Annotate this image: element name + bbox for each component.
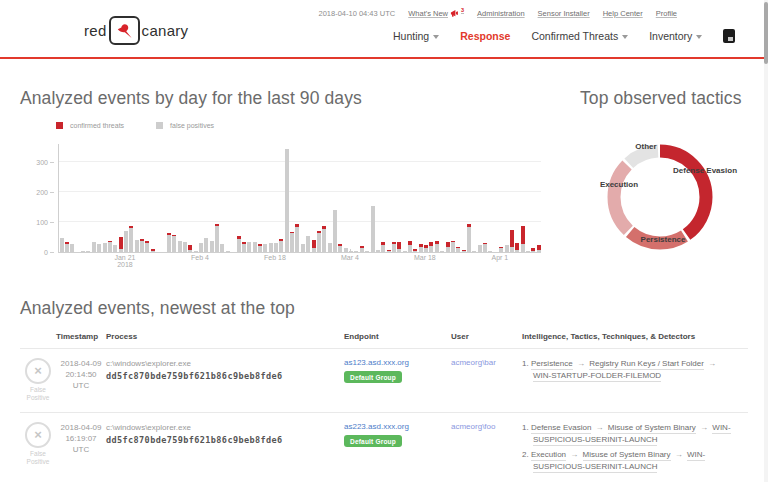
bar-false-positives <box>381 245 385 253</box>
bar-false-positives <box>408 245 412 253</box>
arrow-icon: → <box>671 450 687 459</box>
legend-label-confirmed-threats: confirmed threats <box>70 122 124 129</box>
legend-label-false-positives: false positives <box>170 122 214 129</box>
bar-false-positives <box>472 251 476 252</box>
timestamp-tz: UTC <box>56 445 106 456</box>
bar-false-positives <box>515 250 519 252</box>
x-tick-label: Feb 4 <box>191 254 209 261</box>
bar-false-positives <box>258 246 262 252</box>
detection-technique[interactable]: Registry Run Keys / Start Folder <box>589 359 704 370</box>
sensor-installer-link[interactable]: Sensor Installer <box>538 9 590 18</box>
status-label: False Positive <box>20 386 56 402</box>
detection-detector[interactable]: WIN-STARTUP-FOLDER-FILEMOD <box>533 371 661 382</box>
bar-false-positives <box>306 236 310 253</box>
help-center-link[interactable]: Help Center <box>603 9 643 18</box>
detection-tactic[interactable]: Persistence <box>531 359 573 370</box>
detection-technique[interactable]: Misuse of System Binary <box>608 423 696 434</box>
bar-day[interactable] <box>536 144 541 252</box>
nav-confirmed-threats[interactable]: Confirmed Threats <box>531 30 628 42</box>
detection-number: 2. <box>522 450 531 459</box>
bar-false-positives <box>242 244 246 252</box>
x-tick-label: Mar 18 <box>414 254 436 261</box>
bar-false-positives <box>446 247 450 252</box>
arrow-icon: → <box>696 423 712 432</box>
arrow-icon: → <box>573 359 589 368</box>
bar-false-positives <box>413 251 417 253</box>
detection-technique[interactable]: Misuse of System Binary <box>583 450 671 461</box>
bar-false-positives <box>397 249 401 252</box>
col-header-endpoint: Endpoint <box>344 332 451 341</box>
bar-false-positives <box>124 231 128 252</box>
process-cell: c:\windows\explorer.exedd5fc870bde759bf6… <box>106 358 344 402</box>
bar-false-positives <box>188 250 192 252</box>
bar-false-positives <box>194 251 198 252</box>
legend-swatch-false-positives <box>156 122 163 129</box>
nav-hunting[interactable]: Hunting <box>393 30 439 42</box>
nav-response[interactable]: Response <box>460 30 510 42</box>
bar-false-positives <box>103 243 107 252</box>
bar-false-positives <box>483 244 487 252</box>
terminal-icon[interactable] <box>723 29 735 43</box>
whats-new-link[interactable]: What's New 3 <box>408 9 464 18</box>
bar-false-positives <box>499 248 503 252</box>
timestamp-time: 16:19:07 <box>56 434 106 445</box>
nav-inventory[interactable]: Inventory <box>649 30 702 42</box>
x-glyph: × <box>34 364 42 377</box>
process-path: c:\windows\explorer.exe <box>106 359 344 368</box>
timestamp-tz: UTC <box>56 381 106 392</box>
red-canary-logo[interactable]: red canary <box>84 16 188 45</box>
endpoint-link[interactable]: as123.asd.xxx.org <box>344 358 409 367</box>
bar-false-positives <box>172 236 176 252</box>
y-tick-mark <box>50 192 54 193</box>
bar-false-positives <box>210 241 214 252</box>
user-link[interactable]: acmeorg\bar <box>451 358 496 367</box>
bar-false-positives <box>387 251 391 252</box>
detection-tactic[interactable]: Defense Evasion <box>531 423 591 434</box>
bar-false-positives <box>295 227 299 253</box>
process-hash: dd5fc870bde759bf621b86c9beb8fde6 <box>106 371 344 381</box>
bar-false-positives <box>371 206 375 253</box>
bar-false-positives <box>488 251 492 252</box>
false-positive-icon[interactable]: × <box>25 358 51 384</box>
col-header-intelligence: Intelligence, Tactics, Techniques, & Det… <box>522 332 748 341</box>
timestamp-date: 2018-04-09 <box>56 359 106 370</box>
detections-cell: 1. Defense Evasion → Misuse of System Bi… <box>522 422 748 476</box>
process-path: c:\windows\explorer.exe <box>106 423 344 432</box>
bar-false-positives <box>419 247 423 252</box>
process-hash: dd5fc870bde759bf621b86c9beb8fde6 <box>106 435 344 445</box>
plot-area <box>58 144 541 253</box>
scrollbar[interactable] <box>764 0 768 482</box>
bar-false-positives <box>183 242 187 252</box>
timestamp-cell: 2018-04-0920:14:50UTC <box>56 358 106 402</box>
bar-false-positives <box>435 244 439 252</box>
detection-tactic[interactable]: Execution <box>531 450 566 461</box>
utc-datetime: 2018-04-10 04:43 UTC <box>319 9 396 18</box>
bar-false-positives <box>279 241 283 252</box>
user-link[interactable]: acmeorg\foo <box>451 422 495 431</box>
table-body: ×False Positive2018-04-0920:14:50UTCc:\w… <box>20 349 748 482</box>
bar-false-positives <box>108 242 112 252</box>
detection-item: 1. Persistence → Registry Run Keys / Sta… <box>522 358 734 382</box>
chevron-down-icon <box>696 35 702 39</box>
bar-false-positives <box>360 248 364 253</box>
y-axis: 0100200300 <box>20 144 54 252</box>
bar-false-positives <box>237 239 241 253</box>
bar-false-positives <box>247 242 251 252</box>
table-row: ×False Positive2018-04-0920:14:50UTCc:\w… <box>20 349 748 413</box>
detections-cell: 1. Persistence → Registry Run Keys / Sta… <box>522 358 748 402</box>
bar-confirmed-threats <box>521 226 525 243</box>
logo-text-red: red <box>84 22 107 39</box>
scrollbar-thumb[interactable] <box>764 2 768 64</box>
x-tick-label: Feb 18 <box>264 254 286 261</box>
detection-item: 1. Defense Evasion → Misuse of System Bi… <box>522 422 734 446</box>
bird-logo-icon <box>109 16 140 45</box>
false-positive-icon[interactable]: × <box>25 422 51 448</box>
bar-false-positives <box>204 238 208 252</box>
bar-false-positives <box>344 248 348 252</box>
endpoint-link[interactable]: as223.asd.xxx.org <box>344 422 409 431</box>
x-glyph: × <box>34 428 42 441</box>
col-header-user: User <box>451 332 522 341</box>
profile-link[interactable]: Profile <box>656 9 677 18</box>
administration-link[interactable]: Administration <box>477 9 525 18</box>
bar-false-positives <box>65 244 69 252</box>
